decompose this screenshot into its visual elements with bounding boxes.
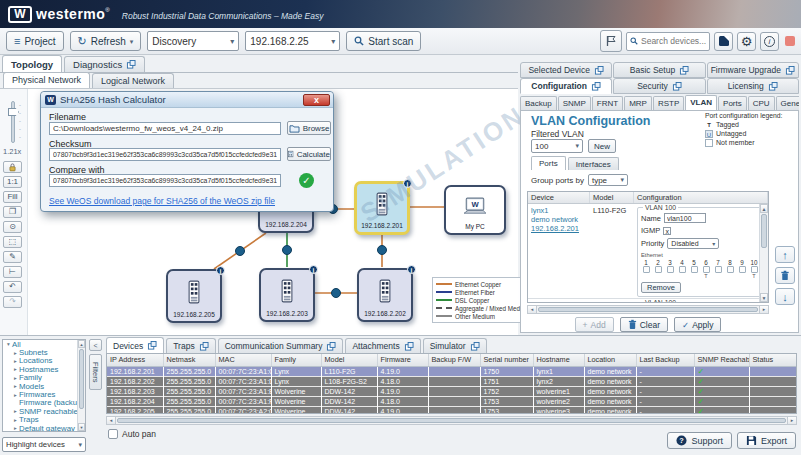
tab-config-frnt[interactable]: FRNT (592, 96, 623, 110)
column-header-last-backup[interactable]: Last Backup (636, 354, 694, 366)
port-checkbox[interactable] (679, 266, 686, 273)
undo-button[interactable]: ↶ (3, 281, 22, 293)
priority-select[interactable]: Disabled ▾ (667, 238, 719, 249)
tab-devices[interactable]: Devices (106, 337, 164, 353)
filename-field[interactable] (49, 122, 281, 135)
column-header-ip-address[interactable]: IP Address (107, 354, 163, 366)
export-button[interactable]: Export (737, 432, 796, 449)
tab-config-general[interactable]: General (776, 96, 799, 110)
my-pc-node[interactable]: My PC (444, 185, 506, 235)
tab-firmware-upgrade[interactable]: Firmware Upgrade (707, 62, 799, 78)
checksum-field[interactable] (49, 148, 281, 161)
port-checkbox[interactable] (703, 266, 710, 273)
info-badge[interactable]: i (216, 266, 225, 275)
flag-button[interactable] (600, 30, 622, 52)
port-checkbox[interactable] (667, 266, 674, 273)
scrollbar-thumb[interactable] (117, 418, 786, 423)
collapse-filters-button[interactable]: < (89, 339, 102, 351)
vlan-name-field[interactable] (664, 213, 706, 223)
column-header-firmware[interactable]: Firmware (377, 354, 428, 366)
device-hostname-link[interactable]: lynx1 (531, 206, 587, 215)
devices-horizontal-scrollbar[interactable]: ◂ ▸ (106, 416, 797, 425)
column-configuration[interactable]: Configuration (634, 192, 768, 203)
apply-button[interactable]: ✓ Apply (674, 317, 721, 332)
port-checkbox[interactable] (691, 266, 698, 273)
topology-canvas[interactable]: SIMULATION 192.168.2.204 i 192.168.2.201… (28, 89, 520, 336)
search-input[interactable] (641, 36, 709, 46)
column-device[interactable]: Device (528, 192, 590, 203)
tab-config-mrp[interactable]: MRP (624, 96, 652, 110)
port-checkbox[interactable] (739, 266, 746, 273)
ethernet-port-7[interactable]: 7 (713, 259, 723, 279)
ethernet-port-1[interactable]: 1 (641, 259, 651, 279)
tab-config-cpu[interactable]: CPU (748, 96, 775, 110)
info-badge[interactable]: i (407, 265, 416, 274)
auto-pan-checkbox[interactable] (108, 429, 118, 439)
support-button[interactable]: Support (667, 432, 732, 449)
zoom-slider-thumb[interactable] (8, 108, 19, 116)
port-checkbox[interactable] (655, 266, 662, 273)
info-badge[interactable]: i (403, 179, 412, 188)
tree-arrow-icon[interactable]: ▸ (12, 375, 19, 381)
vlan-table-scrollbar[interactable]: ▲ ▼ (759, 204, 768, 302)
vlan-row-lynx1[interactable]: lynx1 demo network 192.168.2.201 L110-F2… (528, 204, 768, 299)
close-button[interactable]: x (303, 94, 330, 106)
tree-scrollbar[interactable]: ▲ ▼ (77, 340, 85, 431)
column-header-status[interactable]: Status (749, 354, 797, 366)
zoom-slider[interactable] (11, 101, 15, 143)
zoom-one-to-one-button[interactable]: 1:1 (3, 176, 22, 188)
tab-config-ports[interactable]: Ports (718, 96, 747, 110)
scroll-down-icon[interactable]: ▼ (78, 423, 85, 431)
browse-button[interactable]: Browse (287, 121, 331, 135)
weos-download-link[interactable]: See WeOS download page for SHA256 of the… (49, 196, 275, 206)
tree-arrow-icon[interactable]: ▸ (12, 425, 19, 431)
clear-button[interactable]: Clear (620, 317, 668, 332)
tree-arrow-icon[interactable]: ▸ (12, 408, 19, 414)
tab-attachments[interactable]: Attachments (345, 338, 420, 353)
scrollbar-thumb[interactable] (761, 214, 767, 248)
remove-vlan-button[interactable]: Remove (641, 282, 681, 293)
port-checkbox[interactable] (751, 266, 758, 273)
dialog-titlebar[interactable]: W SHA256 Hash Calculator (41, 92, 333, 108)
power-indicator-button[interactable]: ⊙ (3, 221, 22, 233)
column-model[interactable]: Model (590, 192, 634, 203)
ethernet-port-5[interactable]: 5 (689, 259, 699, 279)
window-view-button[interactable]: ❐ (3, 206, 22, 218)
compare-field[interactable] (49, 174, 281, 187)
ethernet-port-10[interactable]: 10T (749, 259, 759, 279)
table-row[interactable]: 192.168.2.205255.255.255.000:07:7C:23:A2… (107, 406, 797, 414)
redo-button[interactable]: ↷ (3, 296, 22, 308)
tree-arrow-icon[interactable]: ▸ (12, 383, 19, 389)
port-checkbox[interactable] (727, 266, 734, 273)
tab-licensing[interactable]: Licensing (707, 78, 799, 94)
discovery-select[interactable]: Discovery ▾ (147, 31, 239, 51)
lock-layout-button[interactable] (3, 161, 22, 173)
tab-selected-device[interactable]: Selected Device (520, 62, 612, 78)
column-header-serial-number[interactable]: Serial number (480, 354, 533, 366)
device-node-205[interactable]: i 192.168.2.205 (166, 269, 222, 323)
table-row[interactable]: 192.168.2.204255.255.255.000:07:7C:23:A1… (107, 396, 797, 406)
tree-item-hostnames[interactable]: ▸Hostnames (3, 365, 85, 373)
move-down-button[interactable]: ↓ (775, 288, 795, 305)
scroll-right-icon[interactable]: ▸ (759, 306, 768, 313)
igmp-checkbox[interactable]: x (663, 227, 671, 235)
column-header-netmask[interactable]: Netmask (163, 354, 215, 366)
delete-button[interactable] (775, 267, 795, 284)
ethernet-port-8[interactable]: 8 (725, 259, 735, 279)
scroll-up-icon[interactable]: ▲ (760, 204, 768, 213)
device-hostname-link[interactable]: wolverine1 (531, 301, 587, 303)
tree-item-default-gateway[interactable]: ▸Default gateway (3, 424, 85, 432)
column-header-family[interactable]: Family (271, 354, 321, 366)
move-up-button[interactable]: ↑ (775, 246, 795, 263)
align-button[interactable]: ⊢ (3, 266, 22, 278)
tree-arrow-icon[interactable]: ▸ (12, 350, 19, 356)
notebook-button[interactable] (714, 32, 733, 51)
tab-physical-network[interactable]: Physical Network (3, 72, 90, 88)
ethernet-port-6[interactable]: 6T (701, 259, 711, 279)
tree-arrow-icon[interactable]: ▸ (12, 358, 19, 364)
project-button[interactable]: ≡ Project (6, 31, 64, 51)
info-badge[interactable]: i (309, 265, 318, 274)
about-button[interactable]: i (760, 32, 779, 51)
tree-arrow-icon[interactable]: ▸ (12, 417, 19, 423)
column-header-location[interactable]: Location (584, 354, 636, 366)
